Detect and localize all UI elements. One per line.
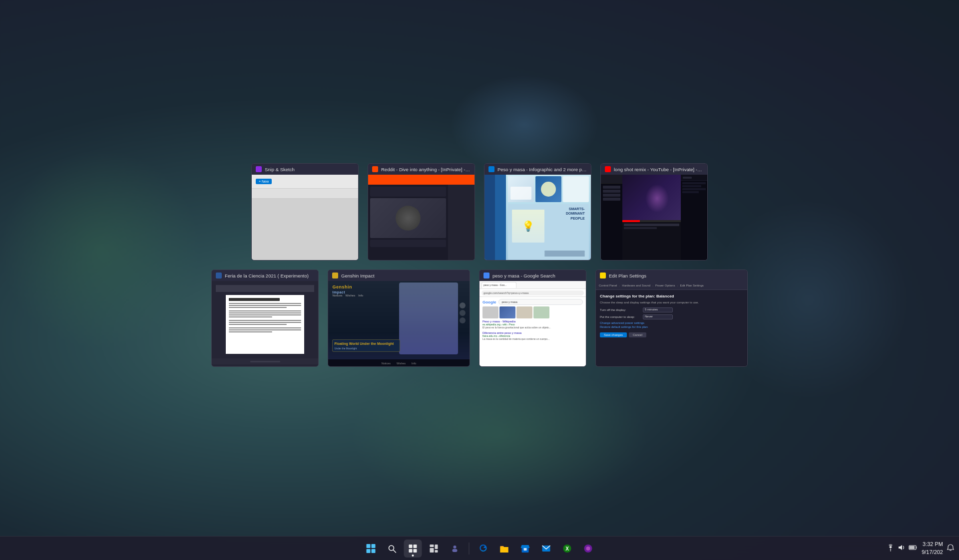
svg-text:X: X xyxy=(565,546,569,552)
svg-rect-11 xyxy=(453,549,458,552)
genshin-char-area xyxy=(399,282,459,354)
speaker-icon xyxy=(898,544,906,552)
genshin-event-title: Floating World Under the Moonlight xyxy=(334,341,398,346)
reddit-sidebar xyxy=(448,185,475,261)
window-infographic[interactable]: ✕ Peso y masa - Infographic and 2 more p… xyxy=(484,163,591,261)
doc-page-indicator xyxy=(250,361,280,362)
reddit-feed xyxy=(368,185,448,261)
feria-titlebar: Feria de la Ciencia 2021 ( Experimento) xyxy=(212,270,318,281)
store-button[interactable] xyxy=(516,540,534,558)
ep-save-btn[interactable]: Save changes xyxy=(600,332,627,337)
snip-new-btn: + New xyxy=(256,179,272,184)
reddit-titlebar: Reddit - Dive into anything - [InPrivate… xyxy=(368,164,475,175)
window-genshin[interactable]: ✕ Genshin Impact GenshinImpact xyxy=(328,270,470,367)
window-reddit[interactable]: ✕ Reddit - Dive into anything - [InPriva… xyxy=(368,163,475,261)
taskview: ✕ Snip & Sketch + New ✕ Reddit - Di xyxy=(0,0,959,530)
youtube-content xyxy=(601,175,707,261)
snip-secondary-toolbar xyxy=(252,189,358,199)
taskbar-sep-1 xyxy=(469,543,470,555)
svg-marker-20 xyxy=(899,545,902,550)
snip-icon xyxy=(256,166,262,172)
yt-msg-2 xyxy=(682,185,701,187)
google-browser-bar: peso y masa - Goo... xyxy=(480,281,586,289)
infographic-title: Peso y masa - Infographic and 2 more pag… xyxy=(497,167,587,172)
widgets-icon xyxy=(430,544,439,553)
yt-main-area xyxy=(622,175,681,261)
battery-tray-icon[interactable] xyxy=(909,544,918,553)
infographic-sim: SMARTS-DOMINANTPEOPLE 💡 xyxy=(484,175,591,261)
window-edit-plan[interactable]: ✕ Edit Plan Settings Control Panel › Har… xyxy=(595,270,748,367)
yt-sidebar-item-3 xyxy=(603,194,620,197)
yt-chat xyxy=(681,175,707,261)
window-google-search[interactable]: ✕ peso y masa - Google Search peso y mas… xyxy=(479,270,586,367)
genshin-menu: Notices Wishes Info xyxy=(332,294,363,297)
inf-bulb: 💡 xyxy=(512,210,544,243)
volume-tray-icon[interactable] xyxy=(898,544,906,553)
ep-cancel-btn[interactable]: Cancel xyxy=(629,332,646,337)
reddit-post-2 xyxy=(370,198,446,238)
window-youtube[interactable]: ✕ long shot remix - YouTube - [InPrivate… xyxy=(600,163,708,261)
xbox-button[interactable]: X xyxy=(558,540,576,558)
doc-l4 xyxy=(229,310,302,311)
ep-sep3: › xyxy=(677,284,678,287)
time-display[interactable]: 3:32 PM 9/17/202 xyxy=(922,541,943,556)
google-result-1: Peso y masa - Wikipedia es.wikipedia.org… xyxy=(482,320,583,329)
reddit-post-1 xyxy=(370,187,446,197)
start-button[interactable] xyxy=(362,540,380,558)
doc-l2 xyxy=(229,305,302,306)
google-url-text: google.com/search?q=peso+y+masa xyxy=(483,291,528,294)
task-view-button[interactable] xyxy=(404,540,422,558)
doc-l3 xyxy=(229,307,287,308)
ep-field-sleep: Put the computer to sleep: Never xyxy=(600,314,743,319)
doc-l7 xyxy=(229,316,272,317)
youtube-icon xyxy=(605,166,611,172)
youtube-title: long shot remix - YouTube - [InPrivate] … xyxy=(614,167,703,172)
teams-button[interactable] xyxy=(446,540,464,558)
window-snip-sketch[interactable]: ✕ Snip & Sketch + New xyxy=(251,163,359,261)
search-button[interactable] xyxy=(383,540,401,558)
google-titlebar: peso y masa - Google Search xyxy=(480,270,586,281)
widgets-button[interactable] xyxy=(425,540,443,558)
google-image-row xyxy=(482,306,583,318)
inf-thumb-1-content xyxy=(508,176,534,202)
doc-l12 xyxy=(229,329,302,330)
doc-main-title xyxy=(229,298,280,301)
google-page: Google peso y masa xyxy=(480,297,586,367)
notification-tray-icon[interactable] xyxy=(947,544,954,553)
ep-link-restore[interactable]: Restore default settings for this plan xyxy=(600,325,743,328)
svg-point-19 xyxy=(890,551,891,552)
yt-player xyxy=(622,175,681,222)
yt-chat-messages xyxy=(681,181,707,195)
reddit-post-circle xyxy=(396,206,421,231)
ep-input-sleep[interactable]: Never xyxy=(643,314,673,319)
youtube-titlebar: long shot remix - YouTube - [InPrivate] … xyxy=(601,164,707,175)
ep-bc3: Power Options xyxy=(655,284,675,287)
edge-button[interactable] xyxy=(475,540,492,558)
doc-sim xyxy=(212,281,318,367)
ep-breadcrumb: Control Panel xyxy=(599,284,617,287)
yt-sidebar-item-1 xyxy=(603,186,620,189)
google-search-row: Google peso y masa xyxy=(482,299,583,305)
custom-app-icon xyxy=(583,544,593,554)
snip-toolbar: + New xyxy=(252,175,358,189)
taskbar-right: 3:32 PM 9/17/202 xyxy=(887,541,954,556)
win-q1 xyxy=(367,544,371,548)
yt-msg-1 xyxy=(682,182,706,184)
ep-link-advanced[interactable]: Change advanced power settings xyxy=(600,321,743,324)
inf-thumb-3-content xyxy=(563,176,589,202)
win-logo-grid xyxy=(367,544,376,553)
genshin-menu-item-3: Info xyxy=(358,294,363,297)
window-feria[interactable]: ✕ Feria de la Ciencia 2021 ( Experimento… xyxy=(211,270,319,367)
yt-progress xyxy=(622,220,640,222)
yt-sidebar xyxy=(601,175,622,261)
infographic-titlebar: Peso y masa - Infographic and 2 more pag… xyxy=(484,164,591,175)
genshin-menu-item-2: Wishes xyxy=(346,294,356,297)
genshin-content: GenshinImpact Notices Wishes Info Floati… xyxy=(328,281,470,367)
explorer-button[interactable] xyxy=(495,540,513,558)
ep-input-display[interactable]: 5 minutes xyxy=(643,307,673,312)
win-q4 xyxy=(372,549,376,553)
genshin-event-banner: Floating World Under the Moonlight Under… xyxy=(332,339,400,352)
custom-app-button[interactable] xyxy=(579,540,597,558)
network-tray-icon[interactable] xyxy=(887,544,895,553)
mail-button[interactable] xyxy=(537,540,555,558)
